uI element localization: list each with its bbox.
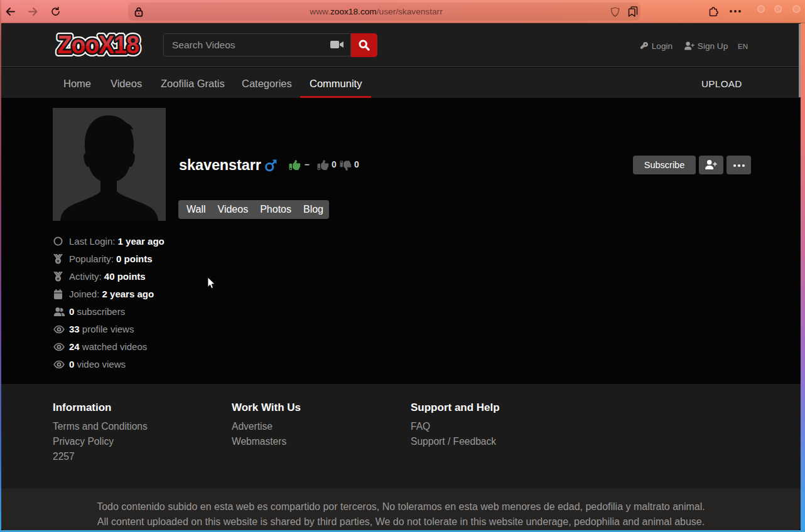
svg-text:ZooX18: ZooX18 (57, 31, 139, 59)
